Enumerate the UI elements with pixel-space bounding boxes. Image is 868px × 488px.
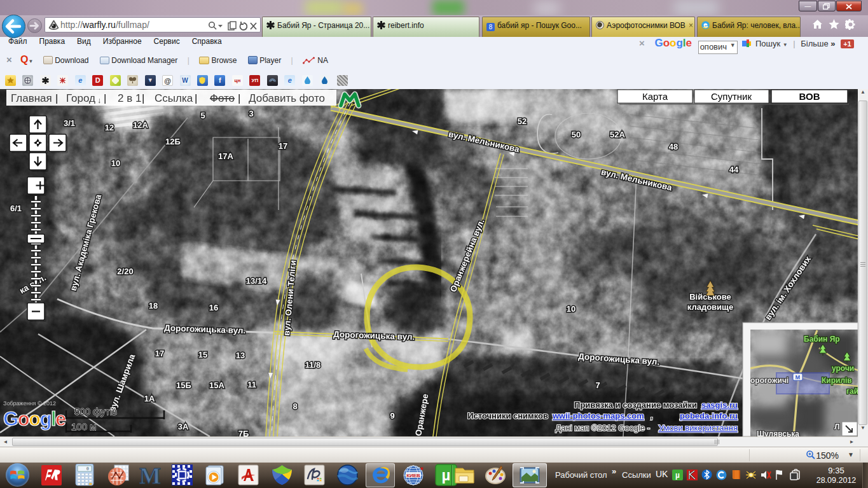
svg-text:100 м: 100 м	[71, 421, 97, 432]
svg-text:M: M	[139, 464, 161, 486]
svg-text:Ссылка: Ссылка	[155, 92, 193, 104]
svg-text:50: 50	[572, 130, 581, 139]
svg-text:15Б: 15Б	[176, 380, 191, 390]
svg-text:18: 18	[149, 301, 158, 310]
svg-text:2 в 1: 2 в 1	[118, 92, 141, 104]
svg-text:Л: Л	[834, 422, 839, 431]
svg-text:1А: 1А	[144, 394, 155, 403]
svg-text:10: 10	[567, 304, 575, 314]
svg-text:15: 15	[198, 350, 207, 359]
svg-text:M: M	[796, 374, 801, 380]
svg-text:Фото: Фото	[210, 92, 235, 104]
svg-text:Бабин Яр: Бабин Яр	[804, 335, 840, 344]
svg-text:Главная: Главная	[11, 92, 52, 104]
svg-text:µ: µ	[675, 471, 680, 480]
svg-text:|: |	[238, 92, 240, 104]
svg-text:3/1: 3/1	[64, 118, 75, 128]
svg-text:8: 8	[293, 401, 297, 411]
svg-text:12: 12	[105, 123, 114, 132]
svg-text:Кирилів: Кирилів	[822, 376, 852, 385]
svg-text:µ: µ	[442, 466, 451, 484]
svg-text:sasgis.ru: sasgis.ru	[701, 400, 738, 410]
svg-text:КИЕВ: КИЕВ	[406, 473, 420, 478]
svg-text:5: 5	[200, 111, 205, 120]
svg-text:гай: гай	[846, 387, 858, 396]
svg-text:ВОВ: ВОВ	[799, 91, 820, 102]
svg-text:Дані мап ©2012 Google -: Дані мап ©2012 Google -	[555, 423, 650, 433]
svg-text:орогожичі: орогожичі	[750, 376, 789, 385]
svg-text:3А: 3А	[178, 422, 189, 431]
svg-text:|: |	[55, 92, 58, 104]
svg-text:|: |	[142, 92, 144, 104]
svg-text:Супутник: Супутник	[711, 91, 752, 102]
svg-text:Зображення © 2012: Зображення © 2012	[3, 400, 56, 407]
svg-text:↓: ↓	[97, 96, 101, 105]
svg-text:wwii-photos-maps.com: wwii-photos-maps.com	[552, 411, 644, 421]
svg-text:9: 9	[390, 411, 394, 421]
svg-text:кладовище: кладовище	[687, 302, 734, 312]
svg-text:0: 0	[86, 466, 89, 471]
svg-text:pobeda-info.ru: pobeda-info.ru	[680, 411, 738, 421]
svg-text:Умови використання: Умови використання	[659, 423, 738, 433]
svg-text:44: 44	[729, 165, 739, 174]
svg-text:3: 3	[249, 109, 253, 118]
svg-text:13/14: 13/14	[246, 276, 267, 286]
svg-text:17А: 17А	[218, 151, 233, 161]
svg-text:Источники снимков: Источники снимков	[467, 411, 548, 421]
svg-text:12Б: 12Б	[165, 137, 181, 146]
svg-text:Город: Город	[66, 92, 95, 104]
svg-text:7Б: 7Б	[238, 429, 249, 436]
svg-text:Google: Google	[3, 408, 66, 430]
svg-text:16: 16	[209, 303, 218, 312]
svg-text:,: ,	[651, 411, 653, 421]
svg-text:|: |	[104, 92, 106, 104]
svg-text:7: 7	[595, 380, 600, 390]
svg-text:10: 10	[111, 158, 120, 168]
svg-text:52: 52	[518, 116, 527, 126]
svg-text:11: 11	[247, 380, 256, 389]
svg-text:13: 13	[236, 351, 245, 360]
svg-text:6/1: 6/1	[10, 204, 22, 213]
svg-text:2/20: 2/20	[117, 267, 133, 276]
svg-text:500 футів: 500 футів	[74, 406, 117, 417]
svg-text:урочи: урочи	[832, 364, 854, 373]
svg-text:17: 17	[155, 349, 164, 358]
svg-text:|: |	[195, 92, 197, 104]
svg-text:11/8: 11/8	[305, 360, 321, 370]
svg-text:Шулявська: Шулявська	[757, 429, 799, 436]
svg-text:17: 17	[279, 141, 287, 151]
svg-text:Карта: Карта	[642, 91, 668, 102]
svg-text:Привязка и создание мозайки: Привязка и создание мозайки	[574, 400, 697, 410]
svg-text:15А: 15А	[209, 380, 224, 390]
svg-text:Добавить фото: Добавить фото	[249, 92, 325, 104]
svg-text:52А: 52А	[610, 130, 625, 139]
svg-text:12А: 12А	[133, 120, 148, 130]
svg-text:48: 48	[669, 142, 678, 151]
